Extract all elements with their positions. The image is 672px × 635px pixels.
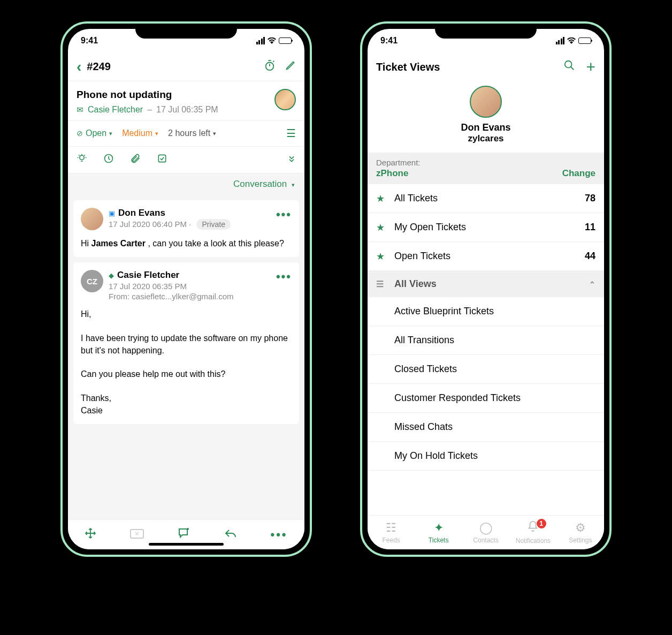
due-label: 2 hours left	[168, 128, 210, 138]
view-count: 11	[585, 222, 595, 233]
comment-icon[interactable]	[178, 527, 190, 542]
tab-label: Tickets	[429, 536, 449, 544]
tab-tickets[interactable]: ✦ Tickets	[415, 516, 462, 549]
view-label: Active Blueprint Tickets	[394, 306, 494, 317]
status-link-icon: ⊘	[77, 129, 83, 138]
status-time: 9:41	[81, 36, 98, 46]
device-notch	[435, 24, 537, 39]
conversation-filter-dropdown[interactable]: Conversation ▾	[68, 173, 304, 195]
tab-notifications[interactable]: 1 Notifications	[509, 516, 556, 549]
view-row-my-open-tickets[interactable]: My Open Tickets 11	[368, 213, 604, 242]
view-row[interactable]: Missed Chats	[368, 413, 604, 442]
device-notch	[135, 24, 237, 39]
properties-menu-icon[interactable]: ☰	[286, 127, 296, 140]
ticket-priority-dropdown[interactable]: Medium ▾	[122, 128, 158, 138]
conversation-list[interactable]: ••• ▣ Don Evans 17 Jul 2020 06:40 PM · P…	[68, 195, 304, 519]
views-list[interactable]: All Tickets 78 My Open Tickets 11 Open T…	[368, 184, 604, 515]
message-body: Hi, I have been trying to update the sof…	[81, 308, 292, 417]
meta-dot: ·	[189, 220, 193, 229]
ticket-meta: ✉ Casie Fletcher – 17 Jul 06:35 PM	[77, 105, 296, 115]
approval-icon[interactable]	[157, 153, 167, 167]
phone-frame-ticket-views: 9:41 Ticket Views + Don Evans zylcares	[360, 21, 612, 557]
channel-comment-icon: ▣	[109, 209, 115, 217]
view-count: 44	[585, 251, 595, 262]
ticket-subject: Phone not updating	[77, 89, 296, 101]
caret-down-icon: ▾	[213, 130, 216, 137]
signal-icon	[256, 37, 265, 44]
view-row[interactable]: Active Blueprint Tickets	[368, 297, 604, 326]
message-body: Hi James Carter , can you take a look at…	[81, 238, 292, 250]
tab-settings[interactable]: ⚙ Settings	[557, 516, 604, 549]
priority-label: Medium	[122, 128, 152, 138]
view-label: All Transitions	[394, 335, 454, 346]
more-actions-icon[interactable]: •••	[270, 528, 287, 542]
views-header: Ticket Views +	[368, 52, 604, 81]
message-text: , can you take a look at this please?	[146, 239, 284, 248]
message-timestamp: 17 Jul 2020 06:35 PM	[109, 282, 292, 291]
profile-block[interactable]: Don Evans zylcares	[368, 81, 604, 153]
ticket-status-dropdown[interactable]: ⊘ Open ▾	[77, 128, 112, 138]
ticket-properties-row: ⊘ Open ▾ Medium ▾ 2 hours left ▾ ☰	[68, 120, 304, 147]
view-row[interactable]: Closed Tickets	[368, 355, 604, 384]
view-label: Open Tickets	[394, 251, 450, 262]
tab-label: Notifications	[516, 537, 551, 545]
view-row-all-tickets[interactable]: All Tickets 78	[368, 184, 604, 213]
ticket-toolbar	[68, 147, 304, 173]
back-button[interactable]: ‹	[77, 58, 81, 75]
expand-down-icon[interactable]	[287, 155, 296, 165]
add-icon[interactable]: +	[586, 58, 595, 76]
change-department-link[interactable]: Change	[562, 168, 595, 179]
svg-point-1	[80, 155, 84, 160]
tab-feeds[interactable]: ☷ Feeds	[368, 516, 415, 549]
message-options-icon[interactable]: •••	[276, 270, 292, 284]
department-bar: Department: zPhone Change	[368, 153, 604, 184]
screen-ticket-views: 9:41 Ticket Views + Don Evans zylcares	[368, 29, 604, 549]
close-ticket-icon[interactable]	[130, 528, 144, 542]
chevron-up-icon: ⌃	[589, 280, 595, 289]
ticket-requester-link[interactable]: Casie Fletcher	[88, 105, 143, 115]
ticket-due-dropdown[interactable]: 2 hours left ▾	[168, 128, 216, 138]
conversation-message[interactable]: ••• CZ ◆ Casie Fletcher 17 Jul 2020 06:3…	[73, 262, 299, 424]
tickets-icon: ✦	[434, 521, 444, 535]
message-timestamp: 17 Jul 2020 06:40 PM	[109, 220, 187, 229]
timer-icon[interactable]	[264, 59, 276, 74]
view-row[interactable]: My On Hold Tickets	[368, 442, 604, 471]
message-options-icon[interactable]: •••	[276, 208, 292, 222]
message-author-name: Casie Fletcher	[117, 270, 179, 281]
move-icon[interactable]	[85, 527, 96, 542]
wifi-icon	[567, 36, 576, 46]
view-row[interactable]: All Transitions	[368, 326, 604, 355]
gear-icon: ⚙	[575, 521, 586, 535]
all-views-section-header[interactable]: All Views ⌃	[368, 271, 604, 297]
caret-down-icon: ▾	[155, 130, 158, 137]
page-title: Ticket Views	[376, 61, 553, 73]
requester-avatar[interactable]	[274, 89, 296, 110]
profile-name: Don Evans	[368, 122, 604, 133]
status-indicators	[556, 36, 592, 46]
department-value: zPhone	[376, 168, 421, 179]
conversation-message[interactable]: ••• ▣ Don Evans 17 Jul 2020 06:40 PM · P…	[73, 200, 299, 257]
ticket-number: #249	[87, 61, 254, 73]
tab-label: Feeds	[383, 536, 400, 544]
phone-frame-ticket-detail: 9:41 ‹ #249 Phone not updating ✉	[60, 21, 312, 557]
search-icon[interactable]	[563, 59, 575, 74]
profile-org: zylcares	[368, 133, 604, 144]
tab-contacts[interactable]: ◯ Contacts	[462, 516, 509, 549]
time-entry-icon[interactable]	[103, 153, 114, 167]
view-row-open-tickets[interactable]: Open Tickets 44	[368, 242, 604, 271]
status-label: Open	[86, 128, 106, 138]
attachment-icon[interactable]	[130, 153, 141, 167]
reply-icon[interactable]	[224, 528, 237, 542]
ticket-requested-time: 17 Jul 06:35 PM	[156, 105, 218, 115]
ticket-subject-block: Phone not updating ✉ Casie Fletcher – 17…	[68, 81, 304, 120]
status-time: 9:41	[380, 36, 398, 46]
svg-point-5	[565, 61, 572, 68]
lightbulb-icon[interactable]	[77, 153, 87, 167]
message-from-address: From: casiefletc...ylker@gmail.com	[109, 292, 292, 301]
mail-icon: ✉	[77, 105, 83, 115]
contacts-icon: ◯	[479, 521, 493, 535]
visibility-badge: Private	[196, 219, 231, 230]
edit-icon[interactable]	[285, 60, 296, 74]
signal-icon	[556, 37, 565, 44]
view-row[interactable]: Customer Responded Tickets	[368, 384, 604, 413]
